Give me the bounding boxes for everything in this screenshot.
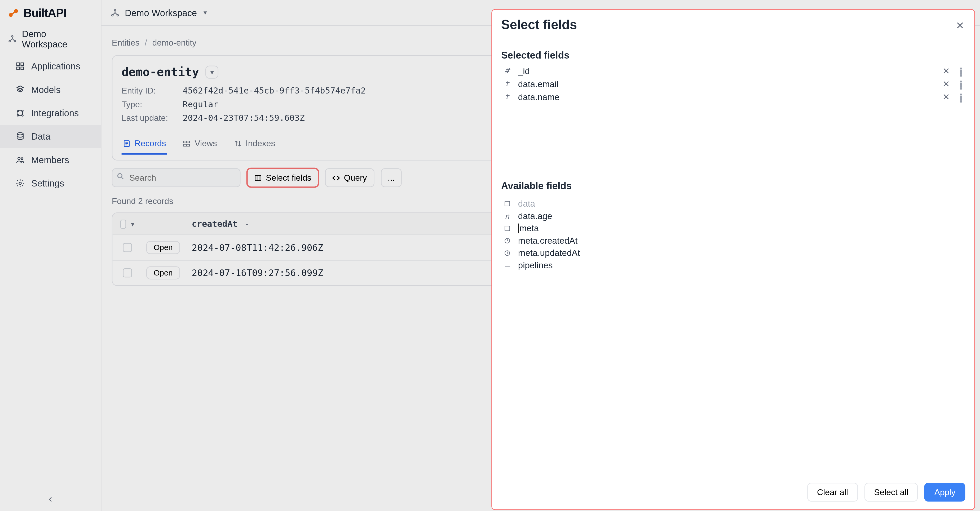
svg-rect-27 (504, 202, 509, 206)
workspace-selector[interactable]: Demo Workspace (0, 26, 101, 52)
nav-models[interactable]: Models (0, 78, 101, 101)
svg-point-3 (9, 41, 11, 42)
number-icon: n (503, 211, 511, 221)
text-icon: t (503, 92, 511, 101)
selected-fields-title: Selected fields (501, 49, 965, 60)
settings-icon (16, 179, 25, 187)
breadcrumb-sep: / (145, 38, 147, 48)
available-field[interactable]: meta.updatedAt (501, 247, 965, 259)
svg-point-18 (111, 14, 113, 16)
svg-rect-22 (187, 141, 190, 143)
available-field[interactable]: n data.age (501, 210, 965, 222)
grip-icon[interactable] (958, 80, 964, 87)
svg-rect-28 (504, 226, 509, 231)
available-fields-list: data n data.age meta meta.createdAt meta… (501, 198, 965, 272)
apps-icon (16, 62, 25, 71)
views-icon (183, 139, 191, 147)
breadcrumb-entities[interactable]: Entities (112, 38, 140, 48)
nav-members[interactable]: Members (0, 148, 101, 171)
grip-icon[interactable] (958, 93, 964, 100)
header-caret-icon[interactable]: ▾ (131, 221, 134, 227)
nav-applications[interactable]: Applications (0, 55, 101, 78)
available-field[interactable]: — pipelines (501, 259, 965, 272)
svg-point-10 (22, 110, 23, 111)
workspace-icon (110, 8, 119, 17)
panel-footer: Clear all Select all Apply (492, 474, 974, 509)
entity-id: 4562f42d-541e-45cb-9ff3-5f4b574e7fa2 (183, 86, 366, 96)
cell-createdat: 2024-07-08T11:42:26.906Z (192, 243, 323, 253)
integrations-icon (16, 109, 25, 117)
grip-icon[interactable] (958, 67, 964, 75)
entity-updated: 2024-04-23T07:54:59.603Z (183, 113, 305, 123)
caret-down-icon: ▾ (204, 9, 207, 16)
svg-point-13 (17, 133, 23, 135)
query-button[interactable]: Query (325, 168, 374, 187)
svg-rect-23 (184, 144, 186, 146)
tab-label: Indexes (246, 138, 275, 148)
more-button[interactable]: ... (380, 168, 402, 187)
field-name: meta (518, 224, 964, 233)
nav-data[interactable]: Data (0, 125, 101, 148)
tab-records[interactable]: Records (122, 133, 167, 155)
collapse-sidebar[interactable]: ‹ (0, 485, 101, 511)
entity-more-button[interactable]: ▾ (206, 65, 219, 78)
field-name: pipelines (518, 261, 964, 270)
nav-integrations[interactable]: Integrations (0, 102, 101, 125)
sidebar: BuiltAPI Demo Workspace Applications Mod… (0, 0, 102, 511)
selected-field[interactable]: # _id ✕ (501, 64, 965, 77)
nav-label: Settings (31, 178, 64, 188)
close-icon[interactable] (955, 20, 965, 30)
sort-indicator: - (245, 219, 248, 229)
svg-point-4 (14, 41, 16, 42)
panel-title: Select fields (501, 17, 577, 32)
row-checkbox[interactable] (123, 268, 132, 277)
select-fields-panel: Select fields Selected fields # _id ✕ t … (491, 9, 975, 510)
remove-field-icon[interactable]: ✕ (942, 92, 951, 102)
selected-fields-list: # _id ✕ t data.email ✕ t data.name ✕ (501, 64, 965, 168)
entity-id-label: Entity ID: (122, 86, 173, 96)
data-icon (16, 132, 25, 141)
svg-point-17 (114, 9, 116, 11)
svg-point-2 (12, 35, 13, 37)
svg-rect-5 (17, 63, 19, 65)
tab-views[interactable]: Views (181, 133, 218, 155)
dash-icon: — (503, 261, 511, 270)
models-icon (16, 85, 25, 94)
members-icon (16, 155, 25, 164)
svg-point-25 (118, 173, 122, 178)
selected-field[interactable]: t data.email ✕ (501, 77, 965, 90)
select-all-button[interactable]: Select all (864, 482, 918, 501)
open-button[interactable]: Open (146, 267, 180, 279)
workspace-label: Demo Workspace (22, 29, 93, 49)
search-input[interactable] (112, 168, 241, 187)
select-fields-label: Select fields (266, 173, 311, 182)
code-icon (332, 174, 340, 181)
tab-indexes[interactable]: Indexes (233, 133, 277, 155)
select-fields-button[interactable]: Select fields (247, 168, 318, 187)
apply-button[interactable]: Apply (924, 482, 965, 501)
available-field[interactable]: data (501, 198, 965, 210)
entity-type-label: Type: (122, 99, 173, 109)
open-button[interactable]: Open (146, 241, 180, 254)
select-all-checkbox[interactable] (120, 219, 126, 229)
clear-all-button[interactable]: Clear all (807, 482, 858, 501)
nav-label: Models (31, 84, 61, 95)
nav-label: Data (31, 131, 51, 141)
tab-label: Records (135, 138, 166, 148)
tab-label: Views (194, 138, 217, 148)
available-field[interactable]: meta.createdAt (501, 235, 965, 247)
cell-createdat: 2024-07-16T09:27:56.099Z (192, 268, 323, 278)
nav-label: Applications (31, 61, 80, 71)
remove-field-icon[interactable]: ✕ (942, 66, 951, 76)
nav-settings[interactable]: Settings (0, 171, 101, 195)
topbar-workspace[interactable]: Demo Workspace (125, 8, 197, 18)
records-icon (123, 139, 130, 147)
selected-field[interactable]: t data.name ✕ (501, 90, 965, 103)
svg-point-16 (19, 182, 21, 184)
indexes-icon (234, 139, 242, 147)
remove-field-icon[interactable]: ✕ (942, 79, 951, 89)
svg-rect-8 (21, 67, 24, 70)
available-field[interactable]: meta (501, 222, 965, 235)
row-checkbox[interactable] (123, 243, 132, 252)
svg-rect-7 (17, 67, 19, 70)
